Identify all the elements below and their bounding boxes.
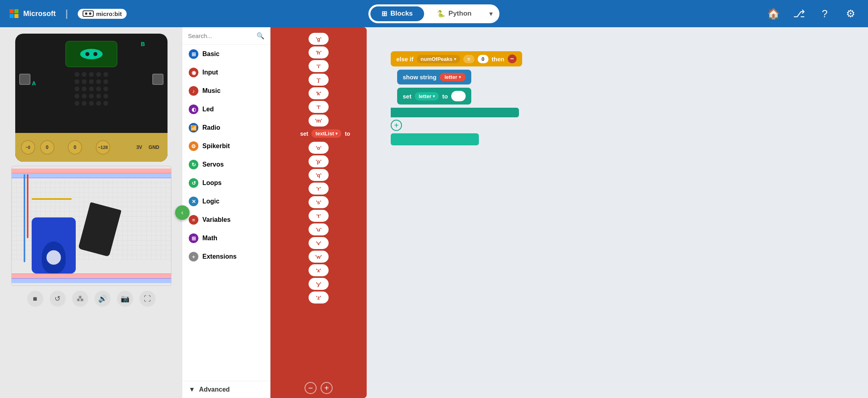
letter-z[interactable]: 'z' xyxy=(309,291,329,304)
numofpeaks-badge[interactable]: numOfPeaks ▾ xyxy=(417,55,460,63)
mode-dropdown[interactable]: ▾ xyxy=(484,6,498,21)
letter-x[interactable]: 'x' xyxy=(309,264,329,276)
add-branch-btn[interactable]: + xyxy=(391,120,402,131)
letter-w[interactable]: 'w' xyxy=(309,251,329,263)
letter-m[interactable]: 'm' xyxy=(309,115,329,127)
music-label: Music xyxy=(202,87,220,94)
math-icon: ⊞ xyxy=(189,233,198,243)
led-label: Led xyxy=(202,106,214,113)
toolbox-item-variables[interactable]: ≡ Variables xyxy=(182,211,270,229)
button-a[interactable] xyxy=(19,74,30,85)
button-b[interactable] xyxy=(152,74,164,85)
blocks-label: Blocks xyxy=(390,10,413,18)
set-keyword: set xyxy=(300,131,308,137)
stop-icon: ■ xyxy=(33,295,37,303)
main-layout: B A ~0 0 0 ~128 xyxy=(0,27,868,398)
toolbox-item-servos[interactable]: ↻ Servos xyxy=(182,155,270,174)
settings-button[interactable]: ⚙ xyxy=(842,6,858,22)
list-minus-btn[interactable]: − xyxy=(305,382,317,394)
screenshot-button[interactable]: 📷 xyxy=(117,291,133,307)
letter-q[interactable]: 'q' xyxy=(309,169,329,181)
simulator-panel: B A ~0 0 0 ~128 xyxy=(0,27,182,398)
pin-0: ~0 xyxy=(21,140,35,155)
textlist-var-badge[interactable]: textList ▾ xyxy=(311,129,341,138)
block-canvas[interactable]: 'g' 'h' 'i' 'j' 'k' 'l' 'm' 'n' 'o' 'p' … xyxy=(270,27,868,398)
music-icon: ♪ xyxy=(189,86,198,96)
math-label: Math xyxy=(202,235,217,242)
spikerbit-label: Spikerbit xyxy=(202,143,230,150)
radio-icon: 📶 xyxy=(189,123,198,133)
share-icon: ⎇ xyxy=(793,8,805,20)
restart-button[interactable]: ↺ xyxy=(50,291,66,307)
toolbox-item-led[interactable]: ◐ Led xyxy=(182,100,270,119)
letter-v[interactable]: 'v' xyxy=(309,237,329,249)
sensor-lens xyxy=(46,250,61,265)
letter-g[interactable]: 'g' xyxy=(309,33,329,45)
share-button[interactable]: ⎇ xyxy=(791,6,807,22)
letter-j[interactable]: 'j' xyxy=(309,74,329,86)
stop-button[interactable]: ■ xyxy=(27,291,43,307)
letter-u[interactable]: 'u' xyxy=(309,223,329,235)
bb-rail-bottom-blue xyxy=(12,278,171,283)
toolbox-item-advanced[interactable]: ▼ Advanced xyxy=(182,381,270,398)
toolbox-item-basic[interactable]: ⊞ Basic xyxy=(182,45,270,63)
letter-o[interactable]: 'o' xyxy=(309,142,329,154)
to-keyword2: to xyxy=(442,93,448,100)
basic-icon: ⊞ xyxy=(189,49,198,59)
toolbox-item-logic[interactable]: ✕ Logic xyxy=(182,192,270,211)
letter-badge[interactable]: letter ▾ xyxy=(440,73,466,81)
fullscreen-button[interactable]: ⛶ xyxy=(139,291,155,307)
letter-s[interactable]: 's' xyxy=(309,196,329,208)
letter-var-arrow: ▾ xyxy=(433,94,435,98)
chevron-down-icon: ▾ xyxy=(489,10,493,18)
pin-3v: 3V xyxy=(134,143,145,152)
logic-icon: ✕ xyxy=(189,197,198,206)
letter-t[interactable]: 't' xyxy=(309,210,329,222)
sound-button[interactable]: 🔊 xyxy=(95,291,111,307)
loops-icon: ↺ xyxy=(189,178,198,188)
numofpeaks-arrow: ▾ xyxy=(454,57,456,61)
letter-var-badge[interactable]: letter ▾ xyxy=(415,92,439,101)
toolbox-item-radio[interactable]: 📶 Radio xyxy=(182,119,270,137)
pin-2: 0 xyxy=(68,140,82,155)
letter-l[interactable]: 'l' xyxy=(309,101,329,113)
letter-y[interactable]: 'y' xyxy=(309,278,329,290)
list-plus-btn[interactable]: + xyxy=(321,382,333,394)
toolbox-collapse-button[interactable]: ‹ xyxy=(175,205,190,220)
toolbox-item-input[interactable]: ◉ Input xyxy=(182,63,270,82)
letter-r[interactable]: 'r' xyxy=(309,183,329,195)
toolbox-items: ⊞ Basic ◉ Input ♪ Music ◐ Led 📶 Radio ⚙ … xyxy=(182,45,270,381)
show-string-block: show string letter ▾ xyxy=(397,70,471,84)
debug-button[interactable]: ⁂ xyxy=(72,291,88,307)
loops-label: Loops xyxy=(202,179,222,187)
letter-k[interactable]: 'k' xyxy=(309,87,329,99)
home-button[interactable]: 🏠 xyxy=(765,6,781,22)
display-oval xyxy=(80,49,103,59)
letter-h[interactable]: 'h' xyxy=(309,46,329,58)
else-if-minus-btn[interactable]: − xyxy=(508,54,517,63)
fullscreen-icon: ⛶ xyxy=(144,295,151,303)
letter-i[interactable]: 'i' xyxy=(309,60,329,72)
microbit-display xyxy=(65,41,117,67)
sound-icon: 🔊 xyxy=(98,294,107,303)
wire-yellow xyxy=(32,198,72,200)
servos-icon: ↻ xyxy=(189,160,198,169)
textlist-var-label: textList xyxy=(315,131,334,137)
list-block: 'g' 'h' 'i' 'j' 'k' 'l' 'm' 'n' 'o' 'p' … xyxy=(270,27,367,398)
wire-blue xyxy=(24,174,25,262)
logic-label: Logic xyxy=(202,198,220,205)
toolbox-item-math[interactable]: ⊞ Math xyxy=(182,229,270,247)
blocks-tab[interactable]: ⊞ Blocks xyxy=(370,6,424,21)
toolbox-item-music[interactable]: ♪ Music xyxy=(182,82,270,100)
toolbox-item-spikerbit[interactable]: ⚙ Spikerbit xyxy=(182,137,270,155)
python-tab[interactable]: 🐍 Python xyxy=(426,6,483,21)
toolbox-item-loops[interactable]: ↺ Loops xyxy=(182,174,270,192)
toolbox-item-extensions[interactable]: + Extensions xyxy=(182,247,270,266)
search-icon: 🔍 xyxy=(256,32,264,40)
search-input[interactable] xyxy=(188,32,253,39)
then-keyword: then xyxy=(492,56,505,62)
letter-value-oval[interactable] xyxy=(451,91,466,101)
letter-p[interactable]: 'p' xyxy=(309,155,329,167)
help-button[interactable]: ? xyxy=(817,6,833,22)
else-if-keyword: else if xyxy=(396,56,414,62)
